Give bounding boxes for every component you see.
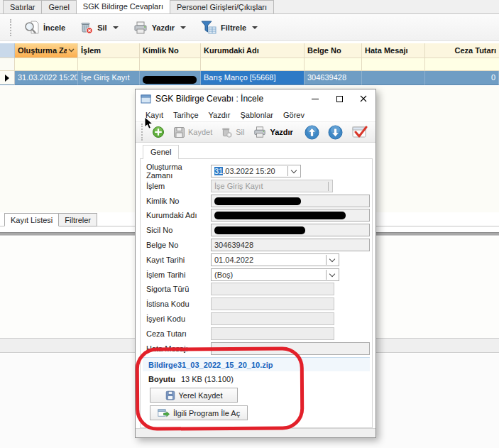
cell-kurumdaki-adi[interactable]: Barış Manço [55668] <box>201 71 305 85</box>
tab-genel[interactable]: Genel <box>41 0 76 13</box>
field-label: Sicil No <box>146 226 210 234</box>
islem-combo: İşe Giriş Kayıt <box>211 180 333 192</box>
previous-record-button[interactable] <box>302 124 322 141</box>
cell-belge-no[interactable]: 304639428 <box>305 71 362 85</box>
grid-selected-row[interactable]: 31.03.2022 15:20 İşe Giriş Kayıt Barış M… <box>0 71 499 85</box>
maximize-icon <box>336 96 343 102</box>
cell-islem[interactable]: İşe Giriş Kayıt <box>78 71 140 85</box>
incele-label: İncele <box>43 23 65 32</box>
close-button[interactable] <box>351 89 375 108</box>
chevron-down-icon <box>291 167 297 173</box>
kaydet-button[interactable]: Kaydet <box>170 125 215 140</box>
tab-kayit-listesi[interactable]: Kayıt Listesi <box>4 213 59 226</box>
redacted-value <box>214 226 305 234</box>
cell-hata-mesaji[interactable] <box>362 71 425 85</box>
menu-tarihce[interactable]: Tarihçe <box>168 111 203 119</box>
size-value: 13 KB (13.100) <box>181 375 234 383</box>
sil-button[interactable]: Sil <box>75 18 123 37</box>
sil-dropdown-caret-icon[interactable] <box>113 26 119 29</box>
yazdir-label: Yazdır <box>152 23 175 32</box>
yazdir-button[interactable]: Yazdır <box>128 18 191 37</box>
redacted-value <box>143 76 197 84</box>
chevron-down-icon <box>328 182 329 191</box>
main-toolbar: İncele Sil Yazdır Filtrele <box>0 15 499 41</box>
add-plus-icon <box>152 126 165 138</box>
filter-selector-cell <box>0 58 15 71</box>
sicil-no-input[interactable] <box>211 224 370 236</box>
field-label: İşlem Tarihi <box>146 271 210 279</box>
add-button[interactable] <box>149 124 168 140</box>
incele-button[interactable]: İncele <box>19 18 70 37</box>
cell-ceza-tutari[interactable]: 0 <box>425 71 499 85</box>
filter-cell[interactable] <box>425 58 499 71</box>
filter-cell[interactable] <box>305 58 362 71</box>
yazdir-dropdown-caret-icon[interactable] <box>180 26 186 29</box>
tab-satirlar[interactable]: Satırlar <box>3 0 42 13</box>
olusturma-zamani-input[interactable]: 31.03.2022 15:20 <box>211 165 301 177</box>
ceza-tutari-input <box>211 327 334 340</box>
filter-cell[interactable] <box>140 58 201 71</box>
attachment-filename-link[interactable]: Bildirge31_03_2022_15_20_10.zip <box>148 361 273 369</box>
column-header-hata-mesaji[interactable]: Hata Mesajı <box>362 43 425 58</box>
minimize-icon <box>312 99 319 99</box>
filter-cell[interactable] <box>15 58 78 71</box>
minimize-button[interactable] <box>303 89 327 108</box>
tab-sgk-bildirge-cevaplari[interactable]: SGK Bildirge Cevapları <box>76 0 170 13</box>
arrow-up-circle-icon <box>305 125 319 140</box>
magnifier-document-icon <box>24 21 40 35</box>
yerel-kaydet-button[interactable]: Yerel Kaydet <box>150 388 238 403</box>
filter-cell[interactable] <box>201 58 305 71</box>
tab-genel-dialog[interactable]: Genel <box>143 145 179 159</box>
kayit-tarihi-dropdown[interactable] <box>326 255 338 265</box>
olusturma-zamani-dropdown[interactable] <box>287 166 300 176</box>
yerel-kaydet-label: Yerel Kaydet <box>179 391 223 400</box>
sil-label: Sil <box>97 23 106 32</box>
tab-personel-girisleri-cikislari[interactable]: Personel Girişleri/Çıkışları <box>170 0 274 13</box>
filtrele-dropdown-caret-icon[interactable] <box>252 26 258 29</box>
redacted-value <box>214 197 301 205</box>
trash-delete-icon <box>79 21 94 35</box>
dialog-sil-button[interactable]: Sil <box>218 125 247 140</box>
kimlik-no-input[interactable] <box>211 195 370 207</box>
cell-kimlik-no[interactable] <box>140 71 201 85</box>
tab-filtreler[interactable]: Filtreler <box>58 213 97 226</box>
islem-tarihi-dropdown[interactable] <box>326 270 338 280</box>
filtrele-button[interactable]: Filtrele <box>195 18 263 38</box>
isyeri-kodu-input <box>211 312 334 325</box>
redacted-value <box>214 212 346 219</box>
selected-text: 31 <box>214 167 223 175</box>
menu-yazdir[interactable]: Yazdır <box>204 111 236 119</box>
menu-kayit[interactable]: Kayıt <box>141 111 168 119</box>
ilgili-program-ile-ac-button[interactable]: İlgili Program İle Aç <box>150 405 248 420</box>
dialog-title-bar[interactable]: SGK Bildirge Cevabı : İncele <box>136 89 375 108</box>
cell-olusturma-zamani[interactable]: 31.03.2022 15:20 <box>15 71 78 85</box>
field-label: Kayıt Tarihi <box>146 256 210 264</box>
arrow-down-circle-icon <box>328 125 343 140</box>
maximize-button[interactable] <box>327 89 351 108</box>
islem-tarihi-input[interactable]: (Boş) <box>211 268 339 281</box>
column-header-kimlik-no[interactable]: Kimlik No <box>140 43 201 58</box>
column-header-ceza-tutari[interactable]: Ceza Tutarı <box>425 43 499 58</box>
row-selector-cell[interactable] <box>0 71 15 85</box>
column-header-olusturma-zamani[interactable]: Oluşturma Za... <box>15 43 78 58</box>
column-header-kurumdaki-adi[interactable]: Kurumdaki Adı <box>201 43 305 58</box>
filter-cell[interactable] <box>362 58 425 71</box>
belge-no-input[interactable]: 304639428 <box>211 239 370 251</box>
hata-mesaji-input[interactable] <box>211 342 370 355</box>
menu-sablonlar[interactable]: Şablonlar <box>236 111 278 119</box>
dialog-yazdir-button[interactable]: Yazdır <box>250 124 295 140</box>
filter-cell[interactable] <box>78 58 140 71</box>
column-header-islem[interactable]: İşlem <box>78 43 140 58</box>
task-button[interactable] <box>349 124 371 141</box>
field-label: Belge No <box>146 241 210 249</box>
grid-selector-header[interactable] <box>0 43 15 58</box>
sigorta-turu-input <box>211 283 334 295</box>
dialog-toolbar: Kaydet Sil Yazdır <box>136 121 375 143</box>
next-record-button[interactable] <box>325 124 346 141</box>
column-header-belge-no[interactable]: Belge No <box>305 43 362 58</box>
menu-gorev[interactable]: Görev <box>278 111 309 119</box>
kurumdaki-adi-input[interactable] <box>211 209 370 222</box>
kayit-tarihi-input[interactable]: 01.04.2022 <box>211 253 339 266</box>
results-grid: Oluşturma Za... İşlem Kimlik No Kurumdak… <box>0 43 499 85</box>
sgk-bildirge-cevabi-dialog: SGK Bildirge Cevabı : İncele Kayıt Tarih… <box>135 89 376 438</box>
